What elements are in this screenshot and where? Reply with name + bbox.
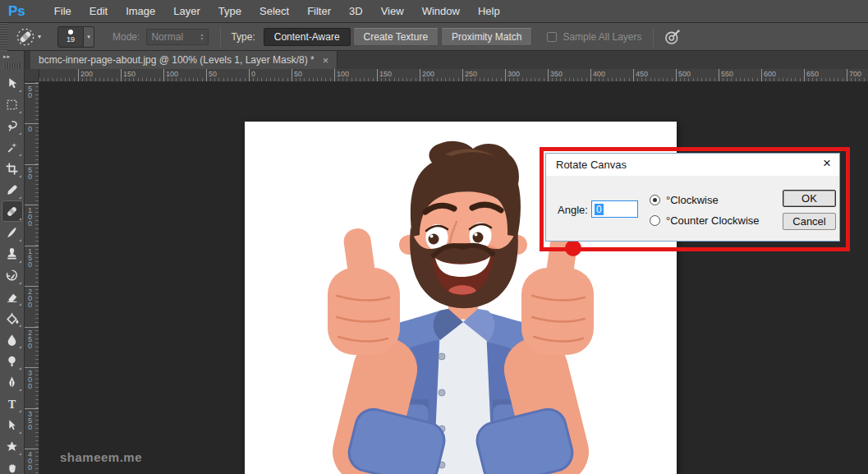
menu-item-layer[interactable]: Layer <box>164 5 209 17</box>
ruler-label: 200 <box>80 70 93 78</box>
ruler-tick <box>232 78 232 81</box>
path-selection-tool[interactable] <box>2 414 23 435</box>
ruler-tick <box>35 261 39 262</box>
horizontal-ruler[interactable]: 2001501005005010015020025030035040045050… <box>39 69 868 82</box>
ruler-tick-major <box>25 449 39 449</box>
ruler-tick <box>35 375 39 375</box>
cancel-button[interactable]: Cancel <box>783 213 836 230</box>
menu-bar: Ps FileEditImageLayerTypeSelectFilter3DV… <box>0 0 868 23</box>
menu-item-filter[interactable]: Filter <box>298 5 340 17</box>
ruler-tick <box>90 78 91 81</box>
menu-item-view[interactable]: View <box>372 5 413 17</box>
content-aware-button[interactable]: Content-Aware <box>264 28 351 46</box>
move-tool[interactable] <box>2 72 23 94</box>
options-bar-grip-handle[interactable] <box>0 23 7 51</box>
ruler-tick-major <box>761 69 762 82</box>
ruler-tick <box>650 78 651 81</box>
eyedropper-tool[interactable] <box>2 179 23 200</box>
blur-tool[interactable] <box>2 329 23 350</box>
ruler-tick <box>480 78 480 81</box>
sample-all-layers-checkbox[interactable] <box>547 32 557 42</box>
ruler-tick <box>35 338 39 339</box>
menu-item-file[interactable]: File <box>45 5 80 17</box>
collapse-panel-icon[interactable]: ▸▸ <box>0 51 24 60</box>
tools-panel-grip[interactable] <box>3 62 21 69</box>
ruler-tick <box>35 403 39 404</box>
document-tab[interactable]: bcmc-inner-page-about.jpg @ 100% (Levels… <box>30 51 338 69</box>
menu-item-image[interactable]: Image <box>117 5 164 17</box>
clone-stamp-tool[interactable] <box>2 243 23 265</box>
crop-tool[interactable] <box>2 158 23 179</box>
menu-item-help[interactable]: Help <box>469 5 509 17</box>
ruler-tick <box>35 176 39 177</box>
ruler-tick <box>616 78 617 81</box>
angle-label: Angle: <box>558 204 588 216</box>
brush-tool[interactable] <box>2 222 23 243</box>
ruler-tick <box>210 78 211 81</box>
spot-healing-brush-tool[interactable] <box>2 200 23 222</box>
menu-item-edit[interactable]: Edit <box>80 5 117 17</box>
ruler-tick <box>35 428 39 429</box>
ruler-label: 100 <box>166 70 178 78</box>
proximity-match-button[interactable]: Proximity Match <box>441 28 532 46</box>
ruler-tick <box>35 188 39 189</box>
ruler-tick <box>39 78 40 81</box>
angle-input[interactable]: 0 <box>591 200 638 218</box>
tab-close-icon[interactable]: × <box>323 55 329 66</box>
clockwise-radio[interactable]: °Clockwise <box>650 194 719 206</box>
type-tool[interactable]: T <box>2 393 23 414</box>
ruler-origin-corner[interactable] <box>25 69 39 82</box>
ruler-tick <box>35 420 39 421</box>
ruler-tick <box>35 282 39 283</box>
brush-size-picker[interactable]: 19 ▾ <box>57 26 94 48</box>
tool-preset-button[interactable]: ▾ <box>12 25 44 48</box>
history-brush-tool[interactable] <box>2 265 23 286</box>
pen-tool[interactable] <box>2 371 23 393</box>
ruler-tick <box>35 399 39 400</box>
pen-tool-icon <box>5 375 19 389</box>
ruler-tick <box>321 78 322 81</box>
tool-preset-dropdown-icon[interactable]: ▾ <box>38 33 41 40</box>
dialog-close-icon[interactable]: × <box>823 156 831 170</box>
ok-button[interactable]: OK <box>783 190 836 207</box>
radio-selected-icon[interactable] <box>650 195 660 205</box>
ruler-tick <box>620 78 621 81</box>
ruler-tick <box>654 78 655 81</box>
menu-item-window[interactable]: Window <box>413 5 469 17</box>
rectangular-marquee-tool[interactable] <box>2 94 23 115</box>
radio-unselected-icon[interactable] <box>650 215 660 226</box>
ruler-label: 1 0 0 <box>28 207 32 227</box>
create-texture-button[interactable]: Create Texture <box>353 28 439 46</box>
dialog-title-bar[interactable]: Rotate Canvas × <box>546 154 839 176</box>
menu-item-select[interactable]: Select <box>250 5 298 17</box>
ruler-tick <box>35 103 39 104</box>
counter-clockwise-radio[interactable]: °Counter Clockwise <box>650 214 760 227</box>
ruler-tick <box>202 78 203 81</box>
magic-wand-tool[interactable] <box>2 136 23 158</box>
ruler-tick <box>35 269 39 270</box>
ruler-tick <box>35 306 39 306</box>
custom-shape-tool[interactable] <box>2 435 23 457</box>
ruler-tick <box>245 78 246 81</box>
menu-item-3d[interactable]: 3D <box>340 5 372 17</box>
brush-preview[interactable]: 19 <box>57 26 84 48</box>
ruler-tick <box>35 220 39 221</box>
brush-size-dropdown-icon[interactable]: ▾ <box>84 26 94 48</box>
ruler-tick <box>35 172 39 173</box>
lasso-tool[interactable] <box>2 115 23 136</box>
ruler-tick <box>453 78 454 81</box>
ruler-tick <box>129 78 130 81</box>
workspace-background <box>39 82 868 474</box>
ruler-tick <box>484 78 485 81</box>
ruler-tick <box>150 78 151 81</box>
hand-tool[interactable] <box>2 457 23 474</box>
ruler-label: 200 <box>422 70 434 78</box>
tablet-pressure-icon[interactable] <box>664 28 682 46</box>
eraser-tool[interactable] <box>2 286 23 307</box>
menu-item-type[interactable]: Type <box>209 5 250 17</box>
dodge-tool[interactable] <box>2 350 23 371</box>
gradient-tool[interactable] <box>2 307 23 329</box>
ruler-tick <box>125 78 126 81</box>
ruler-tick <box>428 78 429 81</box>
vertical-ruler[interactable]: 5 005 01 0 01 5 02 0 02 5 03 0 03 5 04 0… <box>25 82 39 474</box>
